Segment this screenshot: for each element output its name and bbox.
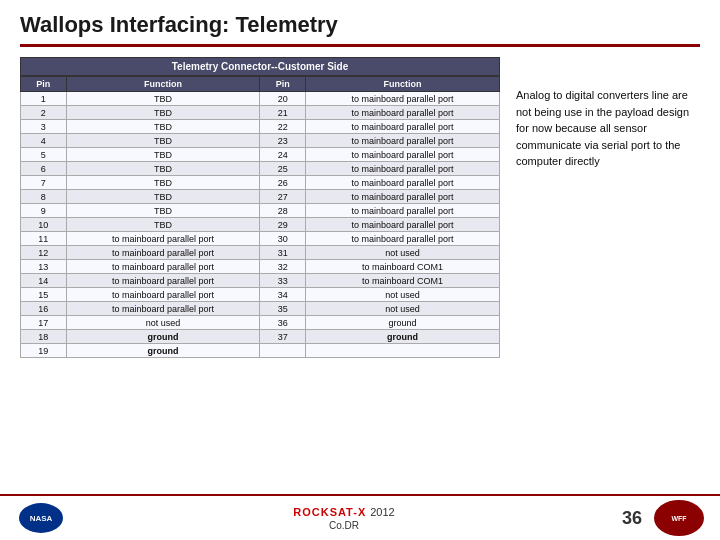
- col-pin1: Pin: [21, 77, 67, 92]
- table-row: 1TBD20to mainboard parallel port: [21, 92, 500, 106]
- table-row: 13to mainboard parallel port32to mainboa…: [21, 260, 500, 274]
- footer-year: 2012: [370, 506, 394, 518]
- table-cell: ground: [66, 330, 260, 344]
- table-cell: 21: [260, 106, 306, 120]
- table-row: 11to mainboard parallel port30to mainboa…: [21, 232, 500, 246]
- table-cell: to mainboard parallel port: [66, 302, 260, 316]
- footer-center: ROCKSAT-X 2012 Co.DR: [293, 506, 394, 531]
- wff-logo: WFF: [654, 500, 704, 536]
- table-row: 18ground37ground: [21, 330, 500, 344]
- table-row: 5TBD24to mainboard parallel port: [21, 148, 500, 162]
- col-function2: Function: [306, 77, 500, 92]
- table-row: 4TBD23to mainboard parallel port: [21, 134, 500, 148]
- table-cell: not used: [66, 316, 260, 330]
- rocksat-logo: ROCKSAT-X: [293, 506, 366, 518]
- table-cell: 9: [21, 204, 67, 218]
- table-cell: not used: [306, 302, 500, 316]
- table-cell: to mainboard parallel port: [306, 134, 500, 148]
- table-cell: 33: [260, 274, 306, 288]
- table-cell: 7: [21, 176, 67, 190]
- table-row: 2TBD21to mainboard parallel port: [21, 106, 500, 120]
- side-text: Analog to digital converters line are no…: [516, 57, 700, 358]
- table-cell: 16: [21, 302, 67, 316]
- table-cell: 29: [260, 218, 306, 232]
- table-cell: 5: [21, 148, 67, 162]
- table-row: 12to mainboard parallel port31not used: [21, 246, 500, 260]
- nasa-logo-container: NASA: [16, 500, 66, 536]
- table-cell: to mainboard parallel port: [306, 190, 500, 204]
- table-cell: to mainboard parallel port: [306, 92, 500, 106]
- table-row: 8TBD27to mainboard parallel port: [21, 190, 500, 204]
- table-cell: TBD: [66, 204, 260, 218]
- table-cell: to mainboard parallel port: [66, 232, 260, 246]
- footer: NASA ROCKSAT-X 2012 Co.DR 36 WFF: [0, 494, 720, 540]
- table-cell: not used: [306, 246, 500, 260]
- table-cell: 13: [21, 260, 67, 274]
- table-cell: 28: [260, 204, 306, 218]
- table-cell: 12: [21, 246, 67, 260]
- table-cell: 34: [260, 288, 306, 302]
- table-cell: [306, 344, 500, 358]
- table-cell: to mainboard parallel port: [306, 162, 500, 176]
- table-cell: 11: [21, 232, 67, 246]
- title-divider: [20, 44, 700, 47]
- table-cell: 6: [21, 162, 67, 176]
- table-cell: 27: [260, 190, 306, 204]
- table-cell: to mainboard COM1: [306, 274, 500, 288]
- table-cell: 10: [21, 218, 67, 232]
- table-cell: 22: [260, 120, 306, 134]
- table-cell: 2: [21, 106, 67, 120]
- table-cell: 30: [260, 232, 306, 246]
- table-cell: 14: [21, 274, 67, 288]
- table-cell: to mainboard parallel port: [66, 246, 260, 260]
- table-cell: 36: [260, 316, 306, 330]
- table-row: 6TBD25to mainboard parallel port: [21, 162, 500, 176]
- table-cell: 32: [260, 260, 306, 274]
- col-pin2: Pin: [260, 77, 306, 92]
- page-title: Wallops Interfacing: Telemetry: [0, 0, 720, 44]
- table-cell: 18: [21, 330, 67, 344]
- table-cell: TBD: [66, 106, 260, 120]
- table-cell: 26: [260, 176, 306, 190]
- table-cell: TBD: [66, 176, 260, 190]
- table-cell: 4: [21, 134, 67, 148]
- table-cell: 24: [260, 148, 306, 162]
- footer-page-number: 36: [622, 508, 642, 529]
- table-cell: to mainboard parallel port: [306, 176, 500, 190]
- table-cell: to mainboard parallel port: [306, 218, 500, 232]
- table-cell: not used: [306, 288, 500, 302]
- table-cell: 37: [260, 330, 306, 344]
- table-cell: to mainboard parallel port: [66, 260, 260, 274]
- table-row: 17not used36ground: [21, 316, 500, 330]
- footer-codr: Co.DR: [329, 520, 359, 531]
- table-row: 14to mainboard parallel port33to mainboa…: [21, 274, 500, 288]
- table-cell: ground: [306, 330, 500, 344]
- table-section: Telemetry Connector--Customer Side Pin F…: [20, 57, 500, 358]
- table-row: 19ground: [21, 344, 500, 358]
- table-cell: TBD: [66, 120, 260, 134]
- table-cell: TBD: [66, 134, 260, 148]
- table-row: 3TBD22to mainboard parallel port: [21, 120, 500, 134]
- table-cell: 17: [21, 316, 67, 330]
- table-cell: 23: [260, 134, 306, 148]
- table-cell: TBD: [66, 162, 260, 176]
- table-row: 7TBD26to mainboard parallel port: [21, 176, 500, 190]
- table-cell: to mainboard COM1: [306, 260, 500, 274]
- table-cell: to mainboard parallel port: [306, 106, 500, 120]
- table-cell: TBD: [66, 218, 260, 232]
- table-cell: 25: [260, 162, 306, 176]
- table-cell: to mainboard parallel port: [306, 120, 500, 134]
- table-cell: 3: [21, 120, 67, 134]
- table-cell: 31: [260, 246, 306, 260]
- table-cell: TBD: [66, 148, 260, 162]
- table-cell: [260, 344, 306, 358]
- telemetry-table: Pin Function Pin Function 1TBD20to mainb…: [20, 76, 500, 358]
- table-cell: TBD: [66, 92, 260, 106]
- table-cell: TBD: [66, 190, 260, 204]
- table-row: 10TBD29to mainboard parallel port: [21, 218, 500, 232]
- table-cell: ground: [66, 344, 260, 358]
- table-row: 16to mainboard parallel port35not used: [21, 302, 500, 316]
- table-header-row: Pin Function Pin Function: [21, 77, 500, 92]
- table-row: 15to mainboard parallel port34not used: [21, 288, 500, 302]
- table-cell: to mainboard parallel port: [306, 204, 500, 218]
